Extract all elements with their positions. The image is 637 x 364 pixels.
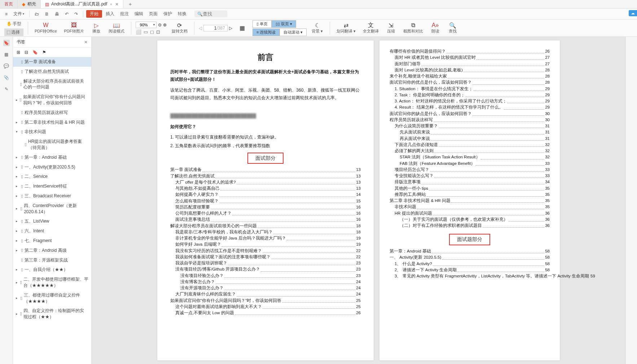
- document-viewport[interactable]: 前言 历时半年，我们整理了这份市面上最全面的安卓面试题解析大全+面试必备学习基础…: [92, 37, 625, 364]
- toc-line[interactable]: 大厂 offer 是每个技术人的追求?13: [170, 179, 361, 185]
- read-aloud-button[interactable]: A»朗读: [428, 22, 443, 34]
- print-icon[interactable]: 🖶: [53, 11, 61, 17]
- toc-line[interactable]: 了解这些,自然无惧面试13: [170, 173, 361, 179]
- toc-line[interactable]: （二）对于有工作经验的求职者的面试题目36: [390, 223, 550, 229]
- search-input[interactable]: [203, 11, 224, 17]
- toc-line[interactable]: 专业技能该怎么写？33: [390, 173, 550, 179]
- toc-line[interactable]: 简历匹配度很重要16: [170, 204, 361, 210]
- toc-line[interactable]: 第一章 面试准备13: [170, 167, 361, 173]
- toc-line[interactable]: 大厂到底青昧什么样的应届生？24: [170, 291, 361, 297]
- toc-line[interactable]: 2、 请描述一下 Activity 生命周期58: [390, 267, 550, 273]
- dict-translate-button[interactable]: ⇄划词翻译 ▾: [334, 22, 358, 34]
- toc-line[interactable]: 一、 Activity(更新 2020.5.5)58: [390, 254, 550, 260]
- redo-icon[interactable]: ↷: [72, 11, 80, 17]
- bookmark-item[interactable]: ▸▯二、开发中都使用过哪些框架、平台（★★★★★）: [13, 275, 91, 290]
- background-button[interactable]: ☾背景 ▾: [309, 22, 325, 34]
- zoom-area-icon[interactable]: ⊡: [156, 29, 160, 35]
- protect-tab[interactable]: 保护: [161, 10, 174, 18]
- toc-line[interactable]: 第一章：Android 基础58: [390, 248, 550, 254]
- toc-line[interactable]: 如果面试官问你"你有什么问题问我吗？"时，你该如何回答25: [170, 298, 361, 304]
- cloud-sync-badge[interactable]: ☁: [629, 10, 637, 16]
- bookmark-item[interactable]: ▸▯七、Fragment: [13, 236, 91, 246]
- collapse-all-icon[interactable]: ⊟: [25, 50, 28, 55]
- tab-active-doc[interactable]: ▤ Android高级...厂面试真题.pdf ⚬ ✕: [41, 0, 123, 8]
- undo-icon[interactable]: ↶: [63, 11, 71, 17]
- save-icon[interactable]: 🗎: [43, 11, 51, 17]
- toc-line[interactable]: 怎么能有项目经验呢？15: [170, 198, 361, 204]
- compress-button[interactable]: ⇲压缩: [384, 22, 398, 34]
- tab-daoke[interactable]: ◆ 稻壳: [18, 0, 41, 8]
- actual-size-icon[interactable]: ◻: [150, 29, 154, 35]
- toc-line[interactable]: 面对 Level 比较高的(比如总裁,老板)28: [390, 67, 550, 73]
- bookmark-item[interactable]: ▯程序员简历就该这样写: [13, 108, 91, 118]
- toc-line[interactable]: 没有开源项目怎么办？24: [170, 285, 361, 291]
- find-button[interactable]: 🔍查找: [445, 22, 460, 34]
- bookmark-item[interactable]: ▸▯一、Activity(更新2020.5.5): [13, 162, 91, 172]
- bookmark-rail-icon[interactable]: 🔖: [3, 40, 10, 46]
- thumbnail-rail-icon[interactable]: ▦: [3, 51, 10, 58]
- toc-line[interactable]: 1. Situation： 事情是在什么情况下发生；29: [390, 86, 550, 92]
- toc-line[interactable]: 来个补充,顺便送个祝福给大家28: [390, 73, 550, 79]
- toc-line[interactable]: 如何提高个人硬实力？14: [170, 192, 361, 198]
- bookmark-item[interactable]: ▸▯三、都使用过哪些自定义控件（★★★★）: [13, 290, 91, 306]
- convert-tab[interactable]: 转换: [176, 10, 189, 18]
- toc-line[interactable]: FAB 法则（Feature Advantage Benefit）33: [390, 161, 550, 167]
- tab-home[interactable]: 首页: [0, 0, 18, 8]
- bookmark-item[interactable]: ▸▯第二章：Android 高级: [13, 246, 91, 255]
- sidebar-close-icon[interactable]: ✕: [84, 40, 88, 45]
- toc-line[interactable]: HR 提出的面试问题36: [390, 210, 550, 216]
- bookmark-item[interactable]: ▾▯非技术问题: [13, 127, 91, 137]
- pdf-to-image-button[interactable]: 🖼PDF转图片: [62, 22, 86, 34]
- fit-page-icon[interactable]: ▭: [144, 29, 148, 35]
- hand-tool[interactable]: ✋ 手型: [4, 20, 23, 28]
- comment-rail-icon[interactable]: 💬: [3, 63, 10, 69]
- bookmark-item[interactable]: ▯解读大部分程序员在面试前很关心的一些问题: [13, 76, 91, 92]
- toc-line[interactable]: 3. Action： 针对这样的情况分析，你采用了什么行动方式；29: [390, 98, 550, 104]
- bookmark-item[interactable]: ▸▯一、自我介绍（★★）: [13, 265, 91, 275]
- edit-tab[interactable]: 编辑: [132, 10, 145, 18]
- toc-line[interactable]: （一）关于实习的面试题（仅供参考，也欢迎大家补充）36: [390, 216, 550, 223]
- auto-scroll-button[interactable]: 自动滚动 ▾: [280, 28, 307, 36]
- bookmark-item[interactable]: ▸▯三、Broadcast Receiver: [13, 191, 91, 201]
- toc-line[interactable]: STAR 法则（Situation Task Action Result）32: [390, 154, 550, 160]
- add-bookmark-icon[interactable]: 🔖: [32, 50, 38, 55]
- bookmark-item[interactable]: ▸▯六、Intent: [13, 226, 91, 236]
- signature-rail-icon[interactable]: ✎: [3, 86, 10, 92]
- thumbnail-button[interactable]: ▦: [235, 25, 250, 31]
- toc-line[interactable]: 面试官问你的优点是什么，应该如何回答？28: [390, 79, 550, 85]
- search-box[interactable]: 🔍: [194, 10, 227, 17]
- toc-line[interactable]: 这个问题对最终面试结果的影响到底大不大？25: [170, 304, 361, 310]
- bookmark-item[interactable]: ▸▯第二章非技术性问题 & HR 问题: [13, 118, 91, 127]
- open-icon[interactable]: 🗁: [32, 11, 41, 17]
- hamburger-icon[interactable]: ≡: [3, 11, 10, 17]
- bookmark-item[interactable]: ▸▯第一章：Android 基础: [13, 153, 91, 162]
- bookmark-item[interactable]: ▯第三章：开源框架实战: [13, 255, 91, 265]
- single-page-button[interactable]: ▯ 单页: [252, 20, 272, 28]
- toc-line[interactable]: 我是双非/三本/专科学校的，我有机会进入大厂吗？18: [170, 229, 361, 235]
- full-translate-button[interactable]: 文全文翻译: [361, 22, 381, 34]
- toc-line[interactable]: 1、 什么是 Activity?58: [390, 261, 550, 267]
- zoom-in-icon[interactable]: ⊕: [163, 22, 167, 27]
- toc-line[interactable]: 我该自学还是报培训班呢？23: [170, 260, 361, 266]
- tab-pin-icon[interactable]: ⚬: [109, 2, 113, 7]
- continuous-read-button[interactable]: ≡ 连续阅读: [252, 28, 280, 36]
- toc-line[interactable]: 没有博客怎么办？24: [170, 279, 361, 285]
- double-page-button[interactable]: ▯▯ 双页 ▾: [272, 20, 296, 28]
- insert-tab[interactable]: 插入: [104, 10, 117, 18]
- pdf-to-office-button[interactable]: WPDF转Office: [32, 22, 59, 34]
- file-menu[interactable]: 文件 ▾: [11, 10, 26, 18]
- bookmark-item[interactable]: ▯第一章 面试准备: [13, 57, 91, 67]
- toc-line[interactable]: 必须了解的两大法则32: [390, 148, 550, 154]
- toc-line[interactable]: 公司到底想要什么样的人才？16: [170, 210, 361, 216]
- toc-line[interactable]: 非技术问题35: [390, 204, 550, 210]
- page-current[interactable]: 1: [206, 26, 217, 31]
- new-tab-button[interactable]: ＋: [123, 0, 137, 8]
- page-tab[interactable]: 页面: [147, 10, 160, 18]
- attachment-rail-icon[interactable]: 📎: [3, 74, 10, 81]
- toc-line[interactable]: 排版注意事项34: [390, 179, 550, 185]
- review-tab[interactable]: 批注: [118, 10, 131, 18]
- bookmark-flag-icon[interactable]: ⚑: [42, 50, 46, 55]
- toc-line[interactable]: 3、 常见的 Activity 类型有 FragmentActivitiy，Li…: [390, 273, 550, 279]
- toc-line[interactable]: 程序员简历就该这样写30: [390, 117, 550, 123]
- toc-line[interactable]: 解读大部分程序员在面试前很关心的一些问题18: [170, 223, 361, 229]
